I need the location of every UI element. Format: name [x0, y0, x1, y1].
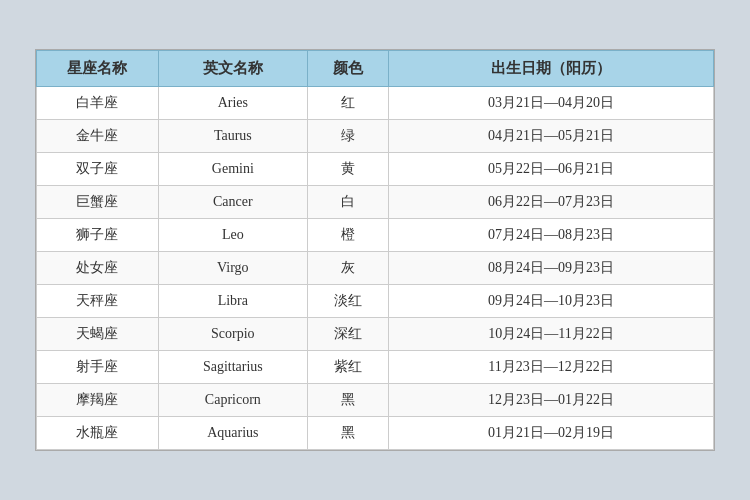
cell-date: 12月23日—01月22日	[389, 384, 714, 417]
cell-english: Sagittarius	[158, 351, 307, 384]
cell-chinese: 巨蟹座	[37, 186, 159, 219]
cell-color: 黄	[307, 153, 388, 186]
cell-english: Aquarius	[158, 417, 307, 450]
cell-english: Aries	[158, 87, 307, 120]
table-row: 摩羯座Capricorn黑12月23日—01月22日	[37, 384, 714, 417]
cell-date: 07月24日—08月23日	[389, 219, 714, 252]
cell-chinese: 狮子座	[37, 219, 159, 252]
table-body: 白羊座Aries红03月21日—04月20日金牛座Taurus绿04月21日—0…	[37, 87, 714, 450]
cell-chinese: 白羊座	[37, 87, 159, 120]
cell-color: 黑	[307, 417, 388, 450]
cell-english: Libra	[158, 285, 307, 318]
cell-color: 绿	[307, 120, 388, 153]
table-row: 巨蟹座Cancer白06月22日—07月23日	[37, 186, 714, 219]
cell-english: Leo	[158, 219, 307, 252]
table-header-row: 星座名称 英文名称 颜色 出生日期（阳历）	[37, 51, 714, 87]
cell-chinese: 金牛座	[37, 120, 159, 153]
cell-color: 橙	[307, 219, 388, 252]
table-row: 射手座Sagittarius紫红11月23日—12月22日	[37, 351, 714, 384]
table-row: 白羊座Aries红03月21日—04月20日	[37, 87, 714, 120]
cell-color: 白	[307, 186, 388, 219]
cell-date: 10月24日—11月22日	[389, 318, 714, 351]
zodiac-table-container: 星座名称 英文名称 颜色 出生日期（阳历） 白羊座Aries红03月21日—04…	[35, 49, 715, 451]
cell-color: 深红	[307, 318, 388, 351]
header-english: 英文名称	[158, 51, 307, 87]
cell-english: Cancer	[158, 186, 307, 219]
table-row: 天秤座Libra淡红09月24日—10月23日	[37, 285, 714, 318]
cell-chinese: 天蝎座	[37, 318, 159, 351]
cell-date: 09月24日—10月23日	[389, 285, 714, 318]
cell-english: Gemini	[158, 153, 307, 186]
cell-chinese: 水瓶座	[37, 417, 159, 450]
cell-date: 06月22日—07月23日	[389, 186, 714, 219]
table-row: 水瓶座Aquarius黑01月21日—02月19日	[37, 417, 714, 450]
cell-date: 01月21日—02月19日	[389, 417, 714, 450]
table-row: 双子座Gemini黄05月22日—06月21日	[37, 153, 714, 186]
cell-color: 红	[307, 87, 388, 120]
cell-english: Scorpio	[158, 318, 307, 351]
table-row: 金牛座Taurus绿04月21日—05月21日	[37, 120, 714, 153]
cell-chinese: 摩羯座	[37, 384, 159, 417]
cell-chinese: 双子座	[37, 153, 159, 186]
cell-english: Virgo	[158, 252, 307, 285]
cell-date: 11月23日—12月22日	[389, 351, 714, 384]
cell-color: 紫红	[307, 351, 388, 384]
table-row: 天蝎座Scorpio深红10月24日—11月22日	[37, 318, 714, 351]
header-color: 颜色	[307, 51, 388, 87]
cell-date: 08月24日—09月23日	[389, 252, 714, 285]
header-date: 出生日期（阳历）	[389, 51, 714, 87]
zodiac-table: 星座名称 英文名称 颜色 出生日期（阳历） 白羊座Aries红03月21日—04…	[36, 50, 714, 450]
cell-color: 黑	[307, 384, 388, 417]
table-row: 狮子座Leo橙07月24日—08月23日	[37, 219, 714, 252]
cell-date: 03月21日—04月20日	[389, 87, 714, 120]
cell-date: 05月22日—06月21日	[389, 153, 714, 186]
header-chinese: 星座名称	[37, 51, 159, 87]
cell-english: Capricorn	[158, 384, 307, 417]
cell-color: 灰	[307, 252, 388, 285]
cell-chinese: 射手座	[37, 351, 159, 384]
cell-english: Taurus	[158, 120, 307, 153]
cell-chinese: 天秤座	[37, 285, 159, 318]
cell-color: 淡红	[307, 285, 388, 318]
table-row: 处女座Virgo灰08月24日—09月23日	[37, 252, 714, 285]
cell-date: 04月21日—05月21日	[389, 120, 714, 153]
cell-chinese: 处女座	[37, 252, 159, 285]
